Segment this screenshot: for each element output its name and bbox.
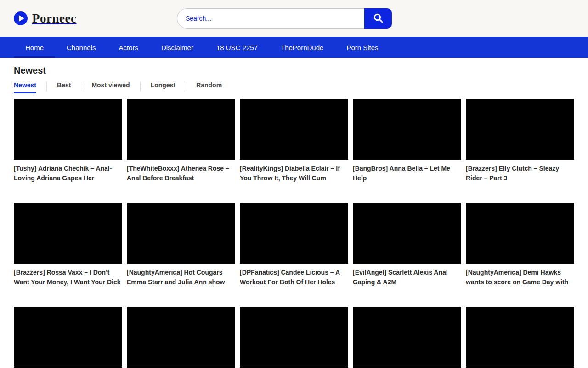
video-thumbnail[interactable] <box>14 203 122 264</box>
video-thumbnail[interactable] <box>14 307 122 368</box>
video-card[interactable]: [Brazzers] Rossa Vaxx – I Don’t Want You… <box>14 203 122 287</box>
video-card[interactable] <box>353 307 461 368</box>
video-card[interactable]: [RealityKings] Diabella Eclair – If You … <box>240 99 348 183</box>
video-title: [Brazzers] Rossa Vaxx – I Don’t Want You… <box>14 268 122 287</box>
video-card[interactable]: [TheWhiteBoxxx] Athenea Rose – Anal Befo… <box>127 99 235 183</box>
video-thumbnail[interactable] <box>127 307 235 368</box>
main-content: Newest NewestBestMost viewedLongestRando… <box>0 58 588 368</box>
video-title: [Brazzers] Elly Clutch – Sleazy Rider – … <box>466 164 574 183</box>
nav-item-channels[interactable]: Channels <box>55 37 107 58</box>
video-card[interactable] <box>14 307 122 368</box>
video-card[interactable]: [NaughtyAmerica] Demi Hawks wants to sco… <box>466 203 574 287</box>
search-icon <box>373 12 384 25</box>
video-title: [Tushy] Adriana Chechik – Anal-Loving Ad… <box>14 164 122 183</box>
nav-item-disclaimer[interactable]: Disclaimer <box>150 37 205 58</box>
video-thumbnail[interactable] <box>127 203 235 264</box>
video-card[interactable]: [EvilAngel] Scarlett Alexis Anal Gaping … <box>353 203 461 287</box>
tab-divider <box>81 82 81 91</box>
play-logo-icon <box>14 12 28 25</box>
nav-item-porn-sites[interactable]: Porn Sites <box>335 37 390 58</box>
video-title: [DPFanatics] Candee Licious – A Workout … <box>240 268 348 287</box>
video-thumbnail[interactable] <box>240 203 348 264</box>
nav-item-18-usc-2257[interactable]: 18 USC 2257 <box>205 37 269 58</box>
tab-divider <box>46 82 47 91</box>
nav-item-actors[interactable]: Actors <box>107 37 150 58</box>
video-thumbnail[interactable] <box>240 99 348 160</box>
video-thumbnail[interactable] <box>353 307 461 368</box>
search-bar <box>177 8 392 29</box>
video-grid: [Tushy] Adriana Chechik – Anal-Loving Ad… <box>14 99 574 368</box>
video-thumbnail[interactable] <box>466 307 574 368</box>
tab-most-viewed[interactable]: Most viewed <box>91 81 130 93</box>
video-title: [NaughtyAmerica] Demi Hawks wants to sco… <box>466 268 574 287</box>
video-thumbnail[interactable] <box>14 99 122 160</box>
search-button[interactable] <box>364 8 392 29</box>
video-title: [TheWhiteBoxxx] Athenea Rose – Anal Befo… <box>127 164 235 183</box>
video-card[interactable] <box>240 307 348 368</box>
video-card[interactable]: [NaughtyAmerica] Hot Cougars Emma Starr … <box>127 203 235 287</box>
tab-random[interactable]: Random <box>196 81 222 93</box>
search-input[interactable] <box>177 8 364 29</box>
video-card[interactable] <box>466 307 574 368</box>
tab-divider <box>140 82 141 91</box>
tab-longest[interactable]: Longest <box>151 81 175 93</box>
video-card[interactable]: [Tushy] Adriana Chechik – Anal-Loving Ad… <box>14 99 122 183</box>
site-header: Porneec <box>0 0 588 37</box>
video-thumbnail[interactable] <box>466 203 574 264</box>
video-thumbnail[interactable] <box>353 203 461 264</box>
main-nav: HomeChannelsActorsDisclaimer18 USC 2257T… <box>0 37 588 58</box>
video-thumbnail[interactable] <box>240 307 348 368</box>
tab-best[interactable]: Best <box>57 81 71 93</box>
video-card[interactable]: [DPFanatics] Candee Licious – A Workout … <box>240 203 348 287</box>
video-card[interactable]: [Brazzers] Elly Clutch – Sleazy Rider – … <box>466 99 574 183</box>
logo-text: Porneec <box>32 12 76 26</box>
sort-tabs: NewestBestMost viewedLongestRandom <box>14 81 574 93</box>
site-logo[interactable]: Porneec <box>14 12 76 26</box>
video-card[interactable] <box>127 307 235 368</box>
nav-item-home[interactable]: Home <box>14 37 55 58</box>
tab-newest[interactable]: Newest <box>14 81 36 93</box>
video-title: [RealityKings] Diabella Eclair – If You … <box>240 164 348 183</box>
tab-divider <box>186 82 186 91</box>
video-title: [NaughtyAmerica] Hot Cougars Emma Starr … <box>127 268 235 287</box>
video-thumbnail[interactable] <box>466 99 574 160</box>
section-title: Newest <box>14 65 574 76</box>
video-title: [BangBros] Anna Bella – Let Me Help <box>353 164 461 183</box>
video-card[interactable]: [BangBros] Anna Bella – Let Me Help <box>353 99 461 183</box>
nav-item-theporndude[interactable]: ThePornDude <box>269 37 335 58</box>
video-thumbnail[interactable] <box>353 99 461 160</box>
video-title: [EvilAngel] Scarlett Alexis Anal Gaping … <box>353 268 461 287</box>
video-thumbnail[interactable] <box>127 99 235 160</box>
